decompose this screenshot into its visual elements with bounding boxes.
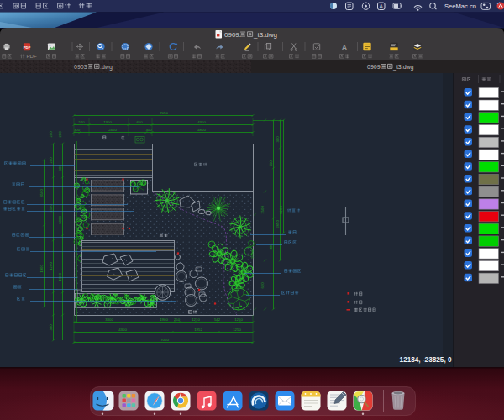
svg-text:750: 750 xyxy=(269,160,273,167)
svg-text:1200: 1200 xyxy=(49,262,53,270)
svg-text:1900: 1900 xyxy=(39,265,44,273)
svg-text:300: 300 xyxy=(74,128,81,132)
svg-text:900: 900 xyxy=(269,244,273,250)
svg-text:PDF: PDF xyxy=(24,45,31,50)
svg-text:3500: 3500 xyxy=(39,189,44,197)
svg-text:1250: 1250 xyxy=(233,328,241,332)
svg-text:A: A xyxy=(342,43,348,52)
svg-text:300: 300 xyxy=(58,165,62,171)
svg-text:250: 250 xyxy=(174,318,181,322)
svg-text:200: 200 xyxy=(49,157,53,164)
svg-text:650: 650 xyxy=(136,120,143,124)
svg-text:0909: 0909 xyxy=(367,64,381,70)
svg-text:_t3.dwg: _t3.dwg xyxy=(253,31,277,39)
svg-text:1900: 1900 xyxy=(160,318,168,322)
svg-text:1900: 1900 xyxy=(58,273,62,281)
svg-text:4800: 4800 xyxy=(197,128,206,132)
svg-text:A: A xyxy=(380,3,384,9)
svg-text:0903: 0903 xyxy=(74,64,87,70)
svg-text:7050: 7050 xyxy=(160,338,169,342)
svg-text:7050: 7050 xyxy=(160,111,168,115)
svg-text:200: 200 xyxy=(58,131,62,138)
svg-text:1952: 1952 xyxy=(194,328,202,332)
svg-text:3300: 3300 xyxy=(105,318,113,322)
svg-text:SeeMac.cn: SeeMac.cn xyxy=(444,3,476,10)
svg-text:1210: 1210 xyxy=(192,318,200,322)
svg-text:542: 542 xyxy=(214,318,221,322)
svg-text:300: 300 xyxy=(145,128,152,132)
svg-text:.dwg: .dwg xyxy=(100,64,113,71)
svg-text:1300: 1300 xyxy=(103,120,112,124)
svg-text:300: 300 xyxy=(276,136,280,143)
svg-text:12184, -23825, 0: 12184, -23825, 0 xyxy=(400,356,452,364)
svg-text:2450: 2450 xyxy=(108,128,117,132)
svg-text:0909.: 0909. xyxy=(224,31,241,39)
svg-text:2850: 2850 xyxy=(276,220,280,228)
svg-text:300: 300 xyxy=(49,324,53,331)
svg-text:9300: 9300 xyxy=(250,250,255,259)
svg-text:_t3.dwg: _t3.dwg xyxy=(392,64,414,71)
svg-text:4300: 4300 xyxy=(197,120,206,124)
svg-text:PDF: PDF xyxy=(26,53,37,59)
svg-text:4300: 4300 xyxy=(118,328,127,332)
svg-text:1250: 1250 xyxy=(234,318,243,322)
svg-text:3000: 3000 xyxy=(58,216,62,224)
svg-text:620: 620 xyxy=(260,282,265,289)
svg-text:520: 520 xyxy=(78,120,85,124)
svg-text:200: 200 xyxy=(49,131,53,138)
